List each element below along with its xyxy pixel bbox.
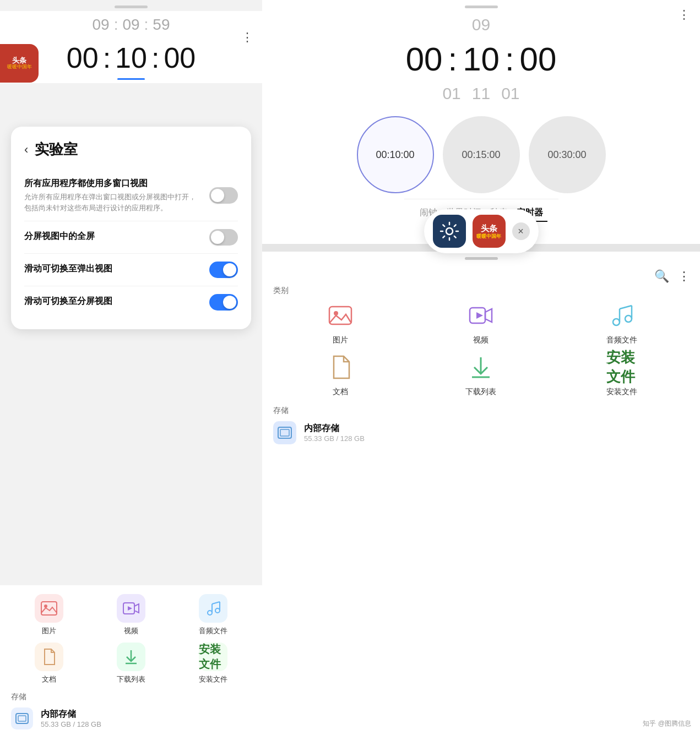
right-downloads-icon: [465, 352, 496, 383]
right-storage-icon: [273, 421, 296, 444]
left-audio-label: 音频文件: [199, 626, 227, 636]
svg-marker-4: [128, 606, 132, 611]
left-docs-icon-wrap: [35, 643, 63, 671]
r-scroll-s-below: 01: [501, 84, 519, 103]
toggle-swipe-split[interactable]: [209, 294, 238, 311]
right-cat-docs[interactable]: 文档: [273, 352, 408, 397]
setting-fullscreen: 分屏视图中的全屏: [24, 221, 238, 254]
svg-point-5: [208, 611, 212, 615]
left-downloads-label: 下载列表: [117, 674, 145, 684]
left-more-button[interactable]: ⋮: [241, 30, 253, 45]
svg-marker-19: [476, 312, 483, 319]
r-scroll-m-above: 09: [472, 15, 490, 34]
left-downloads-icon-wrap: [117, 643, 145, 671]
setting-multiwindow-desc: 允许所有应用程序在弹出窗口视图或分屏视图中打开，包括尚未针对这些布局进行设计的应…: [24, 192, 203, 213]
right-fm-top-bar: 🔍 ⋮: [262, 263, 700, 286]
right-audio-icon: [606, 300, 637, 331]
r-scroll-m-below: 11: [472, 84, 490, 103]
setting-row-3: 滑动可切换至弹出视图: [24, 262, 238, 278]
svg-marker-3: [134, 604, 139, 613]
left-images-icon-wrap: [35, 594, 63, 623]
timer-seconds: 00: [164, 41, 196, 74]
setting-swipe-split: 滑动可切换至分屏视图: [24, 286, 238, 318]
right-docs-label: 文档: [333, 387, 348, 397]
left-storage-item[interactable]: 内部存储 55.33 GB / 128 GB: [11, 707, 251, 729]
left-apk-label: 安装文件: [199, 674, 227, 684]
right-images-icon: [325, 300, 356, 331]
left-cat-docs[interactable]: 文档: [11, 643, 86, 684]
lab-overlay: ‹ 实验室 所有应用程序都使用多窗口视图 允许所有应用程序在弹出窗口视图或分屏视…: [11, 127, 251, 329]
lab-back-button[interactable]: ‹: [24, 143, 28, 157]
left-video-label: 视频: [124, 626, 138, 636]
left-images-label: 图片: [42, 626, 56, 636]
left-storage-info: 内部存储 55.33 GB / 128 GB: [41, 709, 251, 728]
preset-30min[interactable]: 00:30:00: [529, 116, 606, 193]
setting-row-1: 所有应用程序都使用多窗口视图 允许所有应用程序在弹出窗口视图或分屏视图中打开，包…: [24, 178, 238, 213]
left-cat-downloads[interactable]: 下载列表: [93, 643, 169, 684]
setting-fullscreen-label: 分屏视图中的全屏: [24, 231, 95, 242]
right-cat-apk[interactable]: 安装文件 安装文件: [555, 352, 689, 397]
svg-point-20: [613, 319, 620, 325]
search-icon[interactable]: 🔍: [654, 269, 669, 284]
scroll-h: 09: [92, 16, 109, 34]
left-file-manager: 图片 视频 音频文件 文档: [0, 585, 262, 735]
right-timer-main: 00 : 10 : 00: [406, 39, 557, 80]
left-cat-video[interactable]: 视频: [93, 594, 169, 636]
toutiao-app-icon[interactable]: 头条 暖暖中国年: [473, 215, 506, 248]
lab-header: ‹ 实验室: [24, 140, 238, 159]
svg-point-14: [446, 228, 453, 235]
left-cat-images[interactable]: 图片: [11, 594, 86, 636]
svg-line-24: [620, 306, 632, 309]
right-cat-downloads[interactable]: 下载列表: [414, 352, 549, 397]
right-scroll-above: 09: [461, 11, 501, 39]
right-cat-audio[interactable]: 音频文件: [555, 300, 689, 345]
timer-main-left: 00 : 10 : 00: [67, 39, 196, 77]
right-storage-info: 内部存储 55.33 GB / 128 GB: [304, 423, 689, 443]
left-cat-audio[interactable]: 音频文件: [176, 594, 251, 636]
preset-10min[interactable]: 00:10:00: [357, 116, 434, 193]
app-switcher-popup: 头条 暖暖中国年 ×: [424, 209, 539, 253]
right-apk-label: 安装文件: [606, 387, 637, 397]
toggle-swipe-popup[interactable]: [209, 262, 238, 278]
timer-scroll-above: 09 : 09 : 59: [92, 11, 170, 39]
svg-rect-28: [280, 429, 289, 436]
preset-15min[interactable]: 00:15:00: [443, 116, 520, 193]
setting-multiwindow-label: 所有应用程序都使用多窗口视图: [24, 178, 203, 189]
right-clock-section: ⋮ 09 00 : 10 : 00 01 11 01 00:10:00: [262, 0, 700, 244]
right-file-manager: 🔍 ⋮ 类别 图片 视频: [262, 252, 700, 735]
toutiao-badge[interactable]: 头条 暖暖中国年: [0, 44, 39, 83]
more-options-icon[interactable]: ⋮: [678, 269, 690, 284]
right-drag-handle: [465, 6, 498, 8]
left-storage-name: 内部存储: [41, 709, 251, 720]
right-apk-text: 安装文件: [606, 348, 637, 386]
right-more-button[interactable]: ⋮: [678, 8, 690, 22]
right-cat-video[interactable]: 视频: [414, 300, 549, 345]
svg-rect-13: [18, 716, 26, 721]
toggle-multiwindow[interactable]: [209, 187, 238, 204]
right-downloads-label: 下载列表: [465, 387, 496, 397]
left-storage-size: 55.33 GB / 128 GB: [41, 720, 251, 728]
right-cat-images[interactable]: 图片: [273, 300, 408, 345]
toggle-fullscreen[interactable]: [209, 229, 238, 246]
app-switcher-close[interactable]: ×: [512, 222, 530, 240]
toutiao-label: 头条: [12, 57, 26, 64]
right-storage-size: 55.33 GB / 128 GB: [304, 434, 689, 443]
preset-bubbles-row: 00:10:00 00:15:00 00:30:00: [351, 107, 611, 199]
settings-app-icon[interactable]: [433, 215, 466, 248]
right-docs-icon: [325, 352, 356, 383]
svg-marker-18: [485, 309, 492, 322]
setting-row-2: 分屏视图中的全屏: [24, 229, 238, 246]
left-cat-apk[interactable]: 安装文件 安装文件: [176, 643, 251, 684]
toutiao-app-sub: 暖暖中国年: [476, 233, 501, 239]
right-timer-minutes: 10: [463, 40, 500, 78]
left-storage-title: 存储: [11, 692, 251, 702]
left-storage-icon: [11, 707, 33, 729]
setting-swipe-popup-label: 滑动可切换至弹出视图: [24, 263, 112, 275]
right-storage-row[interactable]: 内部存储 55.33 GB / 128 GB: [262, 421, 700, 444]
toutiao-sub: 暖暖中国年: [7, 64, 32, 70]
svg-point-6: [215, 608, 220, 613]
right-panel: ⋮ 09 00 : 10 : 00 01 11 01 00:10:00: [262, 0, 700, 735]
right-audio-label: 音频文件: [606, 335, 637, 345]
right-timer-hours: 00: [406, 40, 443, 78]
right-storage-name: 内部存储: [304, 423, 689, 434]
